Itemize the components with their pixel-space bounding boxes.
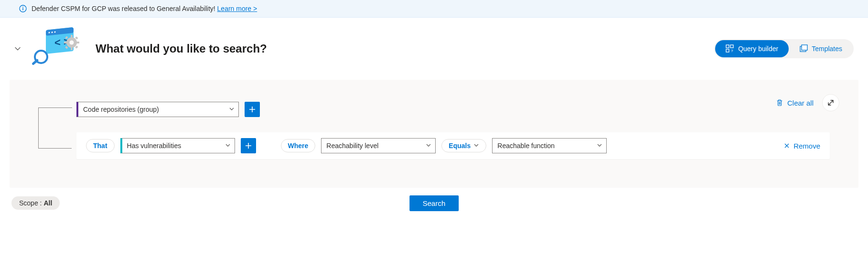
condition-dropdown[interactable]: Has vulnerabilities [120, 138, 235, 153]
info-banner: Defender CSPM for GCP was released to Ge… [0, 0, 868, 18]
svg-rect-12 [71, 47, 73, 50]
svg-rect-14 [76, 42, 79, 43]
value-dropdown-value: Reachable function [497, 142, 555, 150]
query-builder-icon: ? [726, 44, 734, 53]
query-tree: Code repositories (group) That Has vulne… [38, 99, 830, 159]
that-pill: That [86, 139, 115, 152]
chevron-down-icon [225, 142, 231, 150]
footer-row: Scope : All Search [0, 188, 868, 218]
remove-label: Remove [793, 142, 820, 150]
svg-rect-22 [730, 45, 733, 48]
tree-connector [38, 107, 72, 149]
scope-value: All [43, 199, 52, 207]
close-icon [784, 143, 790, 149]
svg-rect-23 [726, 49, 729, 52]
chevron-down-icon [229, 106, 235, 113]
info-icon [19, 5, 27, 12]
plus-icon [245, 142, 252, 149]
svg-point-10 [70, 41, 74, 45]
banner-text: Defender CSPM for GCP was released to Ge… [32, 5, 257, 12]
svg-rect-21 [726, 45, 729, 48]
banner-learn-more-link[interactable]: Learn more > [217, 5, 257, 12]
query-row-resource: Code repositories (group) [76, 99, 830, 120]
scope-label: Scope : [19, 199, 43, 207]
search-button[interactable]: Search [409, 195, 459, 211]
chevron-down-icon [426, 142, 431, 150]
templates-tab-label: Templates [812, 45, 842, 53]
chevron-down-icon [473, 142, 479, 150]
remove-condition-button[interactable]: Remove [784, 142, 820, 150]
value-dropdown[interactable]: Reachable function [492, 138, 607, 153]
add-resource-button[interactable] [245, 102, 260, 117]
templates-icon [799, 44, 808, 53]
svg-rect-2 [22, 8, 23, 11]
banner-message: Defender CSPM for GCP was released to Ge… [32, 5, 217, 12]
chevron-down-icon [597, 142, 602, 150]
query-builder-tab[interactable]: ? Query builder [715, 40, 789, 57]
equals-label: Equals [449, 142, 471, 150]
resource-type-dropdown[interactable]: Code repositories (group) [76, 102, 239, 117]
property-value: Reachability level [326, 142, 378, 150]
svg-rect-26 [802, 45, 807, 50]
equals-pill[interactable]: Equals [441, 139, 486, 152]
query-builder-tab-label: Query builder [738, 45, 778, 53]
resource-type-value: Code repositories (group) [83, 106, 159, 113]
property-dropdown[interactable]: Reachability level [321, 138, 436, 153]
query-row-condition: That Has vulnerabilities Where Reachabil… [76, 132, 830, 159]
svg-rect-17 [75, 45, 78, 48]
templates-tab[interactable]: Templates [789, 40, 853, 57]
query-builder-area: Clear all Code repositories (group) [10, 80, 858, 188]
scope-pill[interactable]: Scope : All [11, 196, 60, 210]
svg-rect-11 [71, 35, 73, 38]
svg-rect-15 [75, 36, 78, 39]
where-label: Where [288, 142, 309, 150]
add-condition-button[interactable] [241, 138, 256, 153]
svg-rect-13 [64, 42, 67, 43]
condition-value: Has vulnerabilities [127, 142, 182, 150]
view-toggle: ? Query builder Templates [714, 39, 854, 58]
header-row: < > [0, 18, 868, 80]
svg-text:?: ? [731, 49, 733, 53]
where-pill: Where [281, 139, 316, 152]
that-label: That [93, 142, 107, 150]
svg-point-1 [22, 7, 23, 8]
page-title: What would you like to search? [96, 42, 706, 55]
plus-icon [249, 106, 256, 113]
search-illustration: < > [30, 27, 87, 70]
chevron-down-icon[interactable] [14, 45, 21, 52]
